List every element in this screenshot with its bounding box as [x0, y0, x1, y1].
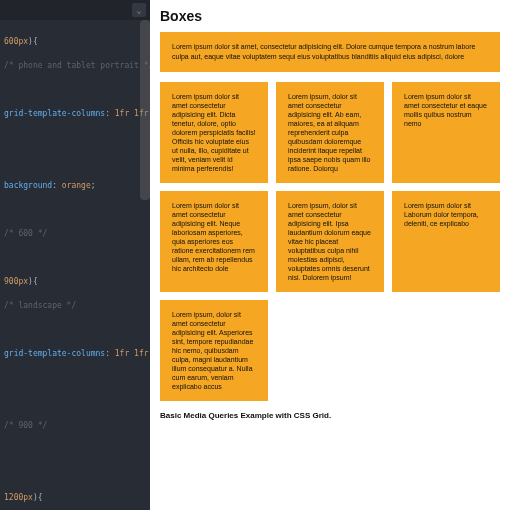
grid-box: Lorem ipsum, dolor sit amet consectetur … [276, 191, 384, 292]
scrollbar-thumb[interactable] [140, 20, 150, 200]
grid-box: Lorem ipsum, dolor sit amet consectetur … [276, 82, 384, 183]
grid-box: Lorem ipsum, dolor sit amet consectetur … [160, 300, 268, 401]
code-editor-panel: ⌄ 600px){ /* phone and tablet portrait *… [0, 0, 150, 510]
wide-box: Lorem ipsum dolor sit amet, consectetur … [160, 32, 500, 72]
grid-box: Lorem ipsum dolor sit amet consectetur a… [160, 82, 268, 183]
caption: Basic Media Queries Example with CSS Gri… [160, 411, 500, 420]
grid-box: Lorem ipsum dolor sit amet consectetur a… [160, 191, 268, 292]
grid-box: Lorem ipsum dolor sit amet consectetur e… [392, 82, 500, 183]
code-content[interactable]: 600px){ /* phone and tablet portrait */ … [0, 20, 150, 510]
grid-box: Lorem ipsum dolor sit Laborum dolor temp… [392, 191, 500, 292]
box-grid: Lorem ipsum dolor sit amet consectetur a… [160, 82, 500, 401]
chevron-down-icon[interactable]: ⌄ [132, 3, 146, 17]
page-title: Boxes [160, 8, 500, 24]
preview-panel: Boxes Lorem ipsum dolor sit amet, consec… [150, 0, 510, 510]
editor-toolbar: ⌄ [0, 0, 150, 20]
